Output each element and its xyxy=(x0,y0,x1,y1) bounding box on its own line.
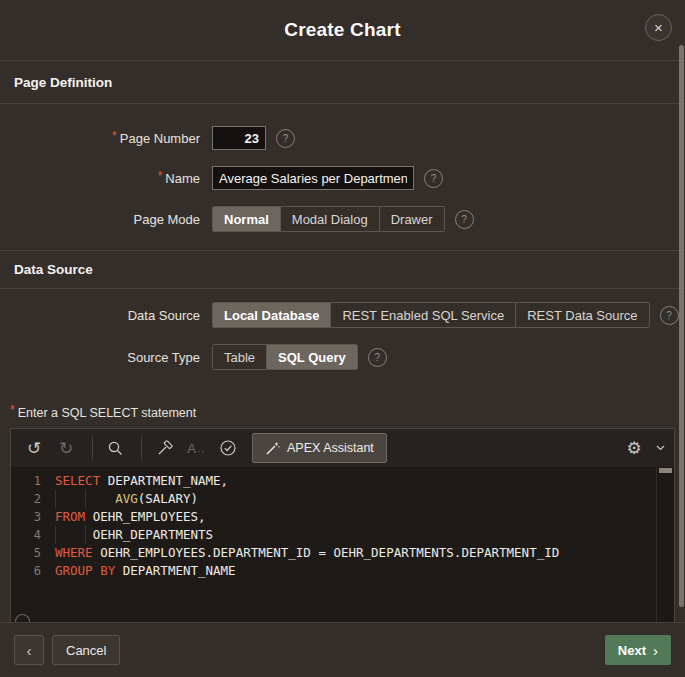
help-icon[interactable]: ? xyxy=(424,169,443,188)
dialog-title: Create Chart xyxy=(284,19,400,41)
code-line: 3FROM OEHR_EMPLOYEES, xyxy=(11,508,674,526)
section-title: Page Definition xyxy=(14,75,112,90)
data-source-local-database[interactable]: Local Database xyxy=(213,303,331,327)
data-source-label: Data Source xyxy=(0,308,200,323)
undo-icon[interactable]: ↺ xyxy=(20,434,48,462)
code-lines: 1SELECT DEPARTMENT_NAME,2 AVG(SALARY)3FR… xyxy=(11,472,674,580)
sql-statement-label: *Enter a SQL SELECT statement xyxy=(10,406,685,420)
source-type-group: Table SQL Query xyxy=(212,344,358,370)
autocomplete-icon[interactable]: A·· xyxy=(182,434,210,462)
code-line: 2 AVG(SALARY) xyxy=(11,490,674,508)
page-mode-modal-dialog[interactable]: Modal Dialog xyxy=(281,207,380,231)
code-line: 1SELECT DEPARTMENT_NAME, xyxy=(11,472,674,490)
editor-scrollbar-thumb[interactable] xyxy=(659,468,672,473)
page-mode-normal[interactable]: Normal xyxy=(213,207,281,231)
help-icon[interactable]: ? xyxy=(276,129,295,148)
section-data-source: Data Source xyxy=(0,251,685,289)
code-line: 5WHERE OEHR_EMPLOYEES.DEPARTMENT_ID = OE… xyxy=(11,544,674,562)
editor-toolbar: ↺ ↻ A·· APEX Assistant ⚙ xyxy=(11,429,674,467)
redo-icon[interactable]: ↻ xyxy=(52,434,80,462)
data-source-rest-enabled-sql[interactable]: REST Enabled SQL Service xyxy=(331,303,516,327)
data-source-body: Data Source Local Database REST Enabled … xyxy=(0,289,685,392)
find-icon[interactable] xyxy=(101,434,129,462)
clipped-help-icon xyxy=(15,614,30,622)
cancel-button[interactable]: Cancel xyxy=(52,635,120,665)
data-source-rest-data-source[interactable]: REST Data Source xyxy=(516,303,648,327)
code-line: 6GROUP BY DEPARTMENT_NAME xyxy=(11,562,674,580)
page-mode-group: Normal Modal Dialog Drawer xyxy=(212,206,445,232)
back-button[interactable]: ‹ xyxy=(14,635,44,665)
close-icon: × xyxy=(654,20,663,35)
editor-scrollbar-track[interactable] xyxy=(656,467,674,622)
toolbar-separator xyxy=(92,437,93,459)
validate-icon[interactable] xyxy=(214,434,242,462)
settings-gear-icon[interactable]: ⚙ xyxy=(620,434,648,462)
source-type-sql-query[interactable]: SQL Query xyxy=(267,345,357,369)
dialog-footer: ‹ Cancel Next › xyxy=(0,622,685,677)
page-number-label: *Page Number xyxy=(0,131,200,146)
next-button[interactable]: Next › xyxy=(605,635,671,665)
page-number-input[interactable] xyxy=(212,126,266,150)
source-type-row: Source Type Table SQL Query ? xyxy=(0,344,685,370)
help-icon[interactable]: ? xyxy=(455,210,474,229)
page-mode-label: Page Mode xyxy=(0,212,200,227)
page-mode-drawer[interactable]: Drawer xyxy=(380,207,444,231)
section-page-definition: Page Definition xyxy=(0,61,685,104)
data-source-group: Local Database REST Enabled SQL Service … xyxy=(212,302,650,328)
apex-assistant-label: APEX Assistant xyxy=(287,441,374,455)
required-marker: * xyxy=(10,403,15,417)
name-row: *Name ? xyxy=(0,166,685,190)
sql-code-area[interactable]: 1SELECT DEPARTMENT_NAME,2 AVG(SALARY)3FR… xyxy=(11,467,674,622)
page-definition-body: *Page Number ? *Name ? Page Mode Normal … xyxy=(0,104,685,251)
apex-assistant-button[interactable]: APEX Assistant xyxy=(252,433,387,463)
help-icon[interactable]: ? xyxy=(368,348,387,367)
required-marker: * xyxy=(158,169,163,183)
dialog-header: Create Chart × xyxy=(0,0,685,61)
sql-code-editor: ↺ ↻ A·· APEX Assistant ⚙ 1SELE xyxy=(10,428,675,623)
section-title: Data Source xyxy=(14,262,93,277)
data-source-row: Data Source Local Database REST Enabled … xyxy=(0,302,685,328)
source-type-table[interactable]: Table xyxy=(213,345,267,369)
name-label: *Name xyxy=(0,171,200,186)
help-icon[interactable]: ? xyxy=(660,306,679,325)
magic-wand-icon xyxy=(265,441,280,456)
format-code-icon[interactable] xyxy=(150,434,178,462)
toolbar-separator xyxy=(141,437,142,459)
source-type-label: Source Type xyxy=(0,350,200,365)
chevron-down-icon xyxy=(656,445,665,451)
chevron-left-icon: ‹ xyxy=(27,642,32,659)
name-input[interactable] xyxy=(212,166,414,190)
code-line: 4 OEHR_DEPARTMENTS xyxy=(11,526,674,544)
page-number-row: *Page Number ? xyxy=(0,126,685,150)
dialog-scrollbar-thumb[interactable] xyxy=(679,45,684,607)
chevron-right-icon: › xyxy=(653,642,658,659)
close-button[interactable]: × xyxy=(645,14,672,41)
required-marker: * xyxy=(112,129,117,143)
page-mode-row: Page Mode Normal Modal Dialog Drawer ? xyxy=(0,206,685,232)
